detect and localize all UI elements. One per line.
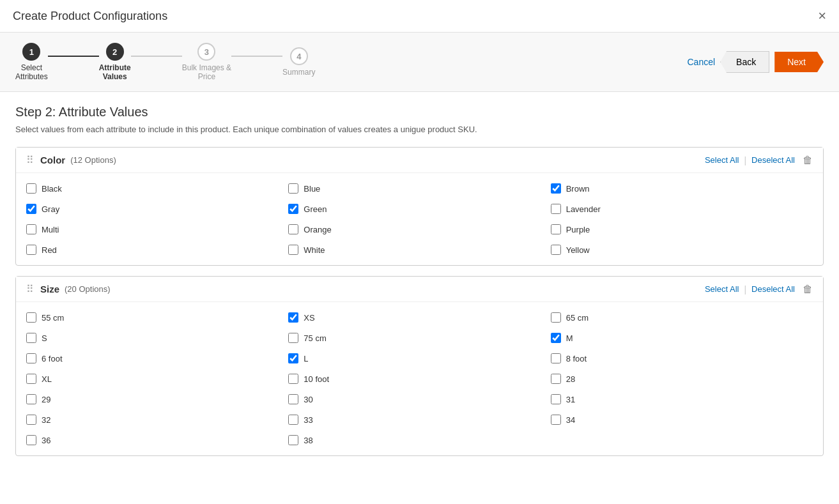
option-checkbox[interactable] — [551, 333, 561, 343]
color-attr-count: (12 Options) — [70, 155, 116, 165]
step-title: Step 2: Attribute Values — [15, 105, 824, 119]
list-item: Green — [288, 201, 550, 217]
back-button[interactable]: Back — [720, 51, 769, 73]
option-label: Yellow — [566, 245, 590, 255]
option-checkbox[interactable] — [26, 245, 36, 255]
content-area: Step 2: Attribute Values Select values f… — [0, 92, 839, 479]
step-2: 2 AttributeValues — [99, 43, 131, 81]
option-checkbox[interactable] — [551, 183, 561, 194]
option-checkbox[interactable] — [288, 245, 298, 255]
option-checkbox[interactable] — [26, 374, 36, 384]
option-checkbox[interactable] — [288, 204, 298, 214]
option-label: 29 — [42, 395, 50, 404]
option-checkbox[interactable] — [551, 353, 561, 363]
color-deselect-all-button[interactable]: Deselect All — [751, 155, 795, 165]
list-item: S — [26, 330, 288, 346]
option-checkbox[interactable] — [551, 415, 561, 425]
stepper-actions: Cancel Back Next — [687, 51, 824, 73]
list-item: 29 — [26, 392, 288, 407]
option-label: Multi — [42, 225, 59, 234]
list-item: Multi — [26, 222, 288, 237]
list-item: Brown — [551, 181, 813, 196]
option-checkbox[interactable] — [288, 183, 298, 194]
option-checkbox[interactable] — [288, 374, 298, 384]
next-button[interactable]: Next — [774, 52, 824, 72]
list-item: XS — [288, 310, 550, 325]
color-section: ⠿ Color (12 Options) Select All | Desele… — [15, 147, 824, 266]
option-checkbox[interactable] — [551, 224, 561, 234]
stepper: 1 SelectAttributes 2 AttributeValues 3 B… — [15, 43, 315, 81]
color-attr-name: Color — [40, 155, 65, 165]
option-checkbox[interactable] — [288, 353, 298, 363]
color-drag-handle[interactable]: ⠿ — [26, 154, 34, 166]
option-label: XL — [42, 374, 52, 384]
step-line-2-3 — [131, 56, 182, 57]
option-checkbox[interactable] — [551, 204, 561, 214]
color-select-all-button[interactable]: Select All — [705, 155, 739, 165]
option-label: 33 — [304, 415, 312, 425]
option-checkbox[interactable] — [288, 435, 298, 445]
modal-header: Create Product Configurations × — [0, 0, 839, 33]
option-label: XS — [304, 313, 314, 323]
list-item: L — [288, 351, 550, 366]
option-checkbox[interactable] — [551, 394, 561, 404]
list-item: Blue — [288, 181, 550, 196]
option-checkbox[interactable] — [26, 394, 36, 404]
close-button[interactable]: × — [818, 8, 826, 24]
option-label: L — [304, 354, 308, 363]
list-item: 33 — [288, 412, 550, 427]
list-item: 32 — [26, 412, 288, 427]
option-checkbox[interactable] — [288, 333, 298, 343]
option-checkbox[interactable] — [288, 394, 298, 404]
list-item: Purple — [551, 222, 813, 237]
option-checkbox[interactable] — [551, 245, 561, 255]
step-label-4: Summary — [282, 68, 315, 77]
list-item: 6 foot — [26, 351, 288, 366]
option-checkbox[interactable] — [551, 312, 561, 323]
modal-title: Create Product Configurations — [13, 10, 167, 23]
size-deselect-all-button[interactable]: Deselect All — [751, 284, 795, 294]
option-checkbox[interactable] — [288, 224, 298, 234]
list-item: 65 cm — [551, 310, 813, 325]
option-checkbox[interactable] — [26, 204, 36, 214]
option-checkbox[interactable] — [26, 415, 36, 425]
option-label: 38 — [304, 436, 312, 445]
cancel-button[interactable]: Cancel — [687, 57, 715, 67]
option-checkbox[interactable] — [551, 374, 561, 384]
step-4: 4 Summary — [282, 47, 315, 77]
size-separator: | — [744, 284, 746, 294]
size-attr-name: Size — [40, 284, 59, 294]
option-checkbox[interactable] — [26, 312, 36, 323]
option-checkbox[interactable] — [26, 224, 36, 234]
list-item: M — [551, 330, 813, 346]
list-item: 31 — [551, 392, 813, 407]
step-description: Select values from each attribute to inc… — [15, 125, 824, 134]
option-checkbox[interactable] — [26, 435, 36, 445]
option-checkbox[interactable] — [26, 333, 36, 343]
option-checkbox[interactable] — [26, 353, 36, 363]
option-checkbox[interactable] — [288, 312, 298, 323]
size-header: ⠿ Size (20 Options) Select All | Deselec… — [16, 277, 823, 302]
list-item: 10 foot — [288, 371, 550, 386]
step-label-1: SelectAttributes — [15, 63, 48, 81]
step-label-3: Bulk Images &Price — [182, 63, 231, 81]
size-attr-actions: Select All | Deselect All 🗑 — [705, 284, 813, 295]
option-label: 6 foot — [42, 354, 63, 363]
option-label: 31 — [566, 395, 575, 404]
option-label: 10 foot — [304, 374, 329, 384]
size-select-all-button[interactable]: Select All — [705, 284, 739, 294]
option-label: 75 cm — [304, 333, 326, 343]
size-delete-button[interactable]: 🗑 — [803, 284, 813, 295]
option-label: 28 — [566, 374, 575, 384]
color-delete-button[interactable]: 🗑 — [803, 155, 813, 166]
list-item: 8 foot — [551, 351, 813, 366]
list-item: Gray — [26, 201, 288, 217]
option-checkbox[interactable] — [26, 183, 36, 194]
option-checkbox[interactable] — [288, 415, 298, 425]
option-label: S — [42, 333, 47, 343]
list-item: Red — [26, 242, 288, 257]
option-label: 8 foot — [566, 354, 587, 363]
option-label: Lavender — [566, 204, 601, 214]
size-drag-handle[interactable]: ⠿ — [26, 283, 34, 295]
option-label: White — [304, 245, 325, 255]
